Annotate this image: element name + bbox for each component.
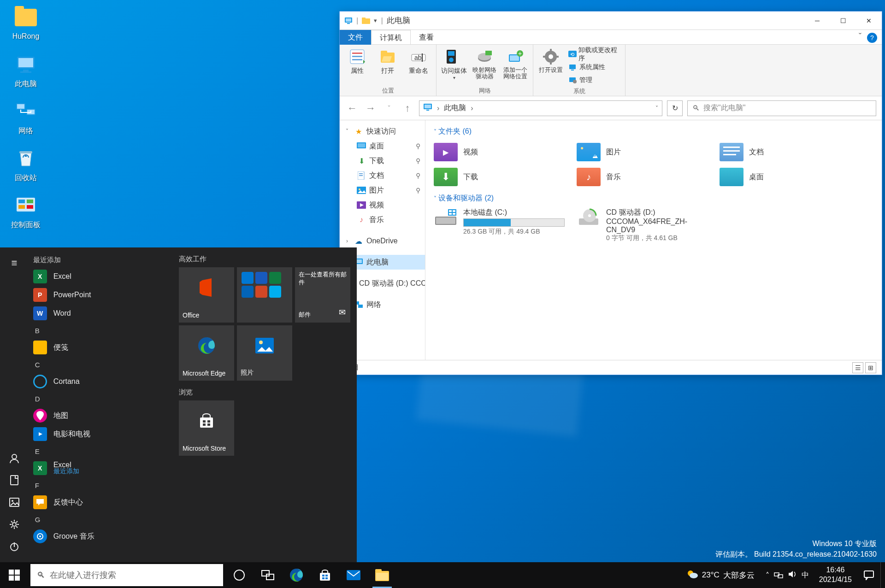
view-icons-button[interactable]: ⊞ (865, 362, 876, 373)
nav-downloads[interactable]: ⬇下载⚲ (340, 153, 425, 168)
app-maps[interactable]: 地图 (29, 406, 172, 425)
taskbar-store[interactable] (311, 562, 339, 588)
section-folders-header[interactable]: ˅文件夹 (6) (434, 127, 873, 136)
chevron-down-icon[interactable]: ˅ (655, 105, 658, 112)
nav-music[interactable]: ♪音乐 (340, 212, 425, 227)
cortana-button[interactable] (225, 562, 254, 588)
desktop-icon-this-pc[interactable]: 此电脑 (3, 52, 49, 89)
start-user-button[interactable] (0, 447, 29, 469)
taskbar-weather[interactable]: 23°C 大部多云 (680, 569, 761, 582)
task-view-button[interactable] (254, 562, 282, 588)
ribbon-rename[interactable]: ab 重命名 (405, 47, 432, 75)
nav-documents[interactable]: 文档⚲ (340, 168, 425, 183)
start-expand-button[interactable]: ≡ (0, 252, 29, 274)
address-field[interactable]: › 此电脑 › ˅ (419, 100, 662, 116)
start-power-button[interactable] (0, 535, 29, 558)
nav-onedrive[interactable]: ›☁OneDrive (340, 234, 425, 248)
taskbar-mail[interactable] (339, 562, 368, 588)
start-documents-button[interactable] (0, 469, 29, 491)
letter-header-f[interactable]: F (29, 477, 172, 493)
nav-videos[interactable]: 视频 (340, 198, 425, 212)
search-field[interactable]: 🔍︎ 搜索"此电脑" (687, 100, 876, 116)
folder-desktop[interactable]: 桌面 (720, 166, 853, 188)
show-desktop-button[interactable] (880, 562, 885, 588)
tile-edge[interactable]: Microsoft Edge (179, 325, 234, 381)
letter-header-g[interactable]: G (29, 512, 172, 527)
nav-forward-button[interactable]: → (364, 101, 378, 115)
letter-header-d[interactable]: D (29, 391, 172, 406)
title-bar[interactable]: | ▾ | 此电脑 ─ ☐ ✕ (340, 12, 882, 30)
dropdown-icon[interactable]: ▾ (374, 17, 377, 24)
desktop-icon-network[interactable]: 网络 (3, 99, 49, 136)
letter-header-e[interactable]: E (29, 443, 172, 459)
start-button[interactable] (0, 562, 29, 588)
desktop-icon-hurong[interactable]: HuRong (3, 5, 49, 41)
nav-quick-access[interactable]: ˅★快速访问 (340, 124, 425, 139)
tab-computer[interactable]: 计算机 (371, 30, 411, 45)
start-settings-button[interactable] (0, 513, 29, 535)
taskbar-clock[interactable]: 16:46 2021/4/15 (814, 565, 857, 585)
folder-downloads[interactable]: ⬇下载 (434, 166, 567, 188)
app-sticky-notes[interactable]: 便笺 (29, 338, 172, 357)
ribbon-manage[interactable]: 管理 (567, 74, 621, 86)
tab-view[interactable]: 查看 (411, 30, 442, 45)
folder-pictures[interactable]: ⛰●图片 (577, 141, 710, 163)
tray-chevron-icon[interactable]: ˄ (766, 571, 769, 580)
nav-pictures[interactable]: 图片⚲ (340, 183, 425, 198)
app-feedback[interactable]: 反馈中心 (29, 493, 172, 512)
folder-videos[interactable]: ▶视频 (434, 141, 567, 163)
nav-recent-button[interactable]: ˇ (382, 101, 396, 115)
app-groove[interactable]: Groove 音乐 (29, 527, 172, 546)
tile-office[interactable]: Office (179, 267, 234, 323)
desktop-icon-control-panel[interactable]: 控制面板 (3, 193, 49, 230)
breadcrumb[interactable]: 此电脑 (444, 103, 466, 113)
drive-d[interactable]: CD 驱动器 (D:) CCCOMA_X64FRE_ZH-CN_DV9 0 字节… (577, 208, 710, 242)
app-word[interactable]: WWord (29, 304, 172, 323)
collapse-ribbon-button[interactable]: ˇ (859, 32, 861, 41)
nav-desktop[interactable]: 桌面⚲ (340, 139, 425, 153)
ribbon-open-settings[interactable]: 打开设置 (537, 47, 565, 86)
folder-music[interactable]: ♪音乐 (577, 166, 710, 188)
app-excel-e[interactable]: XExcel最近添加 (29, 459, 172, 477)
close-button[interactable]: ✕ (856, 12, 882, 30)
section-drives-header[interactable]: ˅设备和驱动器 (2) (434, 194, 873, 203)
app-cortana[interactable]: Cortana (29, 372, 172, 391)
ribbon-sysprops[interactable]: 系统属性 (567, 61, 621, 73)
desktop-icon-recycle-bin[interactable]: 回收站 (3, 146, 49, 183)
tab-file[interactable]: 文件 (340, 30, 371, 45)
taskbar-edge[interactable] (282, 562, 311, 588)
ribbon-access-media[interactable]: 访问媒体 ▾ (440, 47, 468, 80)
start-app-list[interactable]: 最近添加 XExcel PPowerPoint WWord B 便笺 C Cor… (29, 247, 172, 562)
action-center-button[interactable] (857, 562, 880, 588)
minimize-button[interactable]: ─ (804, 12, 830, 30)
tile-photos[interactable]: 照片 (237, 325, 292, 381)
ribbon-map-drive[interactable]: 映射网络驱动器 (471, 47, 498, 80)
system-tray[interactable]: ˄ 中 (761, 570, 814, 580)
taskbar-search[interactable]: 🔍︎ 在此键入进行搜索 (30, 564, 223, 586)
letter-header-c[interactable]: C (29, 357, 172, 372)
tile-office-apps[interactable] (237, 267, 292, 323)
app-powerpoint[interactable]: PPowerPoint (29, 286, 172, 304)
letter-header-b[interactable]: B (29, 323, 172, 338)
ribbon-uninstall[interactable]: ⟲卸载或更改程序 (567, 48, 621, 60)
folder-documents[interactable]: 文档 (720, 141, 853, 163)
maximize-button[interactable]: ☐ (830, 12, 856, 30)
taskbar-explorer[interactable] (368, 562, 396, 588)
tile-store[interactable]: Microsoft Store (179, 400, 234, 456)
nav-up-button[interactable]: ↑ (401, 101, 414, 115)
app-excel[interactable]: XExcel (29, 267, 172, 286)
ribbon-add-location[interactable]: + 添加一个网络位置 (502, 47, 529, 80)
app-movies-tv[interactable]: 电影和电视 (29, 425, 172, 443)
ribbon-open[interactable]: 打开 (374, 47, 401, 75)
tray-network-icon[interactable] (774, 570, 783, 580)
tray-volume-icon[interactable] (788, 570, 797, 580)
tray-ime[interactable]: 中 (802, 570, 809, 580)
drive-c[interactable]: 本地磁盘 (C:) 26.3 GB 可用，共 49.4 GB (434, 208, 567, 242)
help-button[interactable]: ? (867, 33, 877, 43)
refresh-button[interactable]: ↻ (667, 100, 683, 116)
tile-mail[interactable]: 在一处查看所有邮件 邮件 ✉ (295, 267, 350, 323)
ribbon-properties[interactable]: 属性 (343, 47, 371, 75)
view-details-button[interactable]: ☰ (852, 362, 863, 373)
start-pictures-button[interactable] (0, 491, 29, 513)
nav-back-button[interactable]: ← (345, 101, 359, 115)
